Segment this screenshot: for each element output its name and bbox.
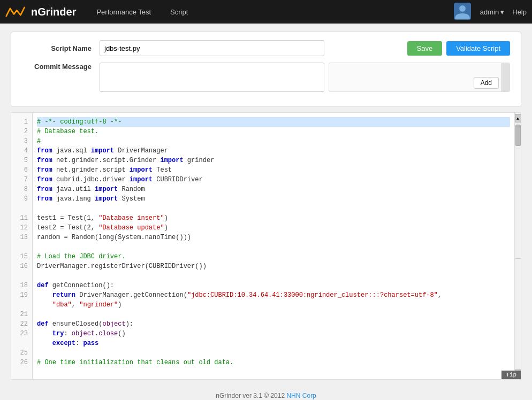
scrollbar-middle [515,258,521,259]
navbar: nGrinder Performance Test Script admin ▾… [0,0,532,24]
code-line-14 [37,242,510,252]
ln-11: 11 [11,213,32,223]
ln-26: 26 [11,358,32,367]
ln-14 [11,242,32,252]
code-editor-inner: 1 2 3 4 5 6 7 8 9 11 12 13 15 16 18 19 [11,113,521,379]
ngrinder-logo-icon [5,4,27,20]
ln-8: 8 [11,184,32,194]
ln-22: 22 [11,319,32,329]
save-button[interactable]: Save [407,41,443,56]
brand-name: nGrinder [31,6,76,18]
commit-message-row: Commit Message Add [22,63,510,92]
editor-scrollbar[interactable]: ▲ ▼ [514,113,521,379]
ln-3: 3 [11,136,32,146]
code-line-21: def ensureClosed(object): [37,319,510,329]
dropdown-arrow-icon: ▾ [500,8,504,16]
code-line-19: return DriverManager.getConnection("jdbc… [37,290,510,300]
help-button[interactable]: Help [512,8,527,16]
code-line-4: from java.sql import DriverManager [37,146,510,156]
ln-6: 6 [11,165,32,175]
add-button[interactable]: Add [474,77,499,89]
ln-10 [11,204,32,213]
code-area[interactable]: # -*- coding:utf-8 -*- # Database test. … [33,113,514,379]
ln-23: 23 [11,329,32,339]
navbar-nav: Performance Test Script [92,5,452,19]
ln-20 [11,300,32,310]
code-line-10 [37,204,510,213]
navbar-brand[interactable]: nGrinder [5,4,76,20]
form-buttons: Save Validate Script [407,41,511,56]
code-line-13: random = Random(long(System.nanoTime())) [37,233,510,242]
nav-script[interactable]: Script [166,5,192,19]
commit-scrollbar[interactable] [501,63,510,91]
ln-25: 25 [11,348,32,358]
code-line-9: from java.lang import System [37,194,510,204]
ln-15: 15 [11,252,32,261]
code-line-22: try: object.close() [37,329,510,339]
commit-message-textarea[interactable] [100,63,324,92]
commit-message-label: Commit Message [22,63,92,71]
code-line-11: test1 = Test(1, "Database insert") [37,213,510,223]
ln-13: 13 [11,233,32,242]
navbar-right: admin ▾ Help [453,2,527,22]
ln-12: 12 [11,223,32,233]
admin-button[interactable]: admin ▾ [480,8,504,16]
line-numbers: 1 2 3 4 5 6 7 8 9 11 12 13 15 16 18 19 [11,113,33,379]
script-name-label: Script Name [22,44,92,52]
code-line-26 [37,367,510,377]
ln-19: 19 [11,290,32,300]
code-line-20 [37,310,510,319]
ln-16: 16 [11,261,32,271]
code-line-1: # -*- coding:utf-8 -*- [37,117,510,127]
ln-4: 4 [11,146,32,156]
code-line-15: # Load the JDBC driver. [37,252,510,261]
ln-2: 2 [11,127,32,136]
tip-badge: Tip [501,371,521,379]
validate-script-button[interactable]: Validate Script [446,41,510,56]
main-content: Script Name Save Validate Script Commit … [0,24,532,388]
ln-9: 9 [11,194,32,204]
code-line-16: DriverManager.registerDriver(CUBRIDDrive… [37,261,510,271]
code-line-23: except: pass [37,339,510,348]
commit-area-wrap: Add [100,63,510,92]
code-line-18: def getConnection(): [37,281,510,290]
script-form: Script Name Save Validate Script Commit … [11,32,521,107]
admin-label: admin [480,8,499,16]
code-line-5: from net.grinder.script.Grinder import g… [37,156,510,165]
script-name-input[interactable] [100,40,324,56]
ln-24 [11,339,32,348]
ln-18: 18 [11,281,32,290]
admin-avatar-icon [453,2,472,21]
ln-17 [11,271,32,281]
svg-point-1 [459,5,466,12]
code-line-25: # One time initialization that cleans ou… [37,358,510,367]
code-line-17 [37,271,510,281]
code-line-12: test2 = Test(2, "Database update") [37,223,510,233]
scrollbar-up-arrow[interactable]: ▲ [515,114,521,122]
script-name-row: Script Name Save Validate Script [22,40,510,56]
nav-performance-test[interactable]: Performance Test [92,5,155,19]
code-line-7: from cubrid.jdbc.driver import CUBRIDDri… [37,175,510,184]
code-line-2: # Database test. [37,127,510,136]
code-line-8: from java.util import Random [37,184,510,194]
ln-1: 1 [11,117,32,127]
scrollbar-thumb[interactable] [515,125,521,146]
footer-text: nGrinder ver 3.1 © 2012 [216,392,286,399]
code-line-6: from net.grinder.script import Test [37,165,510,175]
ln-7: 7 [11,175,32,184]
code-line-19b: "dba", "ngrinder") [37,300,510,310]
ln-5: 5 [11,156,32,165]
code-line-3: # [37,136,510,146]
commit-right-panel: Add [329,63,510,92]
footer-link[interactable]: NHN Corp [286,392,316,399]
admin-icon-wrap [453,2,472,22]
code-line-24 [37,348,510,358]
footer: nGrinder ver 3.1 © 2012 NHN Corp [0,388,532,400]
code-editor: 1 2 3 4 5 6 7 8 9 11 12 13 15 16 18 19 [11,112,521,380]
ln-21: 21 [11,310,32,319]
